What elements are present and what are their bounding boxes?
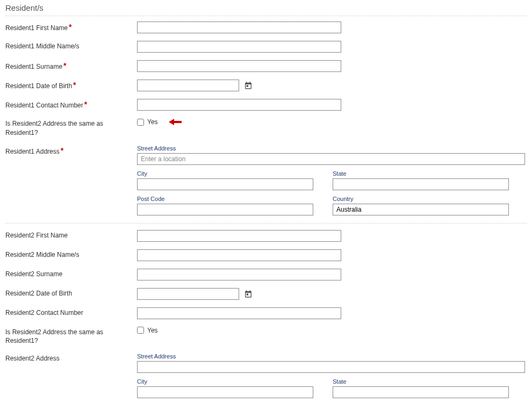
required-asterisk: * bbox=[84, 100, 87, 109]
postcode-sublabel: Post Code bbox=[137, 196, 313, 202]
resident2-dob-label: Resident2 Date of Birth bbox=[5, 288, 137, 298]
required-asterisk: * bbox=[63, 61, 66, 70]
resident2-contact-input[interactable] bbox=[137, 307, 341, 319]
resident2-address-label: Resident2 Address bbox=[5, 353, 137, 363]
section-title: Resident/s bbox=[5, 0, 527, 16]
resident2-state-input[interactable] bbox=[333, 386, 509, 398]
resident2-dob-input[interactable] bbox=[137, 288, 239, 300]
city-sublabel: City bbox=[137, 170, 313, 177]
resident1-firstname-label: Resident1 First Name* bbox=[5, 21, 137, 33]
resident1-dob-input[interactable] bbox=[137, 80, 239, 91]
resident2-sameas-label: Is Resident2 Address the same as Residen… bbox=[5, 327, 137, 346]
resident2-city-input[interactable] bbox=[137, 386, 313, 398]
state-sublabel: State bbox=[333, 378, 509, 385]
checkbox-yes-label: Yes bbox=[147, 327, 158, 334]
resident1-dob-label: Resident1 Date of Birth* bbox=[5, 80, 137, 91]
resident1-city-input[interactable] bbox=[137, 178, 313, 190]
street-address-sublabel: Street Address bbox=[137, 145, 527, 152]
resident1-street-input[interactable] bbox=[137, 153, 525, 165]
resident2-firstname-input[interactable] bbox=[137, 230, 341, 242]
resident1-firstname-input[interactable] bbox=[137, 21, 341, 33]
resident2-contact-label: Resident2 Contact Number bbox=[5, 307, 137, 318]
resident1-middlename-label: Resident1 Middle Name/s bbox=[5, 41, 137, 51]
required-asterisk: * bbox=[61, 146, 63, 155]
street-address-sublabel: Street Address bbox=[137, 353, 527, 359]
city-sublabel: City bbox=[137, 378, 313, 385]
resident2-middlename-label: Resident2 Middle Name/s bbox=[5, 249, 137, 260]
resident1-surname-input[interactable] bbox=[137, 60, 341, 72]
resident2-firstname-label: Resident2 First Name bbox=[5, 230, 137, 240]
resident2-surname-input[interactable] bbox=[137, 269, 341, 280]
resident1-sameas-label: Is Resident2 Address the same as Residen… bbox=[5, 118, 137, 138]
required-asterisk: * bbox=[69, 23, 71, 31]
resident2-street-input[interactable] bbox=[137, 361, 525, 373]
resident1-state-input[interactable] bbox=[333, 178, 509, 190]
resident2-surname-label: Resident2 Surname bbox=[5, 269, 137, 279]
required-asterisk: * bbox=[73, 81, 76, 89]
resident1-contact-label: Resident1 Contact Number* bbox=[5, 99, 137, 111]
calendar-icon[interactable] bbox=[243, 289, 253, 299]
resident1-country-input[interactable] bbox=[333, 204, 509, 215]
country-sublabel: Country bbox=[333, 196, 509, 202]
arrow-left-icon bbox=[169, 118, 182, 126]
resident2-sameas-checkbox[interactable] bbox=[137, 327, 144, 334]
resident1-surname-label: Resident1 Surname* bbox=[5, 60, 137, 72]
resident2-middlename-input[interactable] bbox=[137, 249, 341, 261]
resident1-address-label: Resident1 Address* bbox=[5, 145, 137, 157]
resident1-contact-input[interactable] bbox=[137, 99, 341, 111]
resident1-middlename-input[interactable] bbox=[137, 41, 341, 53]
calendar-icon[interactable] bbox=[243, 81, 253, 90]
resident1-sameas-checkbox[interactable] bbox=[137, 119, 144, 126]
state-sublabel: State bbox=[333, 170, 509, 177]
checkbox-yes-label: Yes bbox=[147, 118, 158, 126]
resident1-postcode-input[interactable] bbox=[137, 204, 313, 215]
